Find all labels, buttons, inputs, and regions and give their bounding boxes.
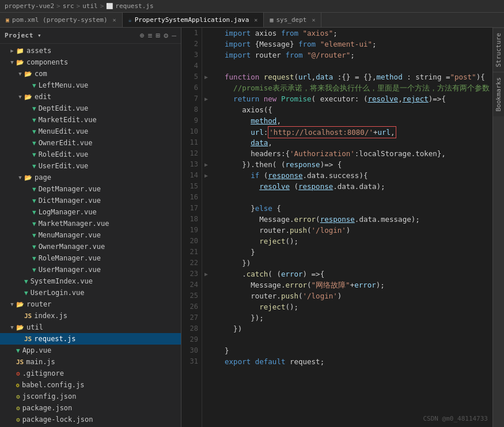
folder-icon: 📂 [16,59,24,66]
tree-item-label: babel.config.js [22,381,84,389]
tree-folder-edit[interactable]: ▼ 📂 edit [0,91,181,103]
tree-file-router-index[interactable]: JS index.js [0,310,181,322]
tree-file-marketedit[interactable]: ▼ MarketEdit.vue [0,114,181,126]
close-icon[interactable]: ✕ [312,17,315,23]
breadcrumb-file: request.js [115,2,153,10]
code-line: Message.error("网络故障"+error); [216,279,492,290]
tree-file-main[interactable]: JS main.js [0,356,181,368]
arrow-icon: ▼ [8,324,16,330]
tree-item-label: MenuManager.vue [39,231,101,239]
tree-item-label: components [26,58,68,66]
tree-file-roleedit[interactable]: ▼ RoleEdit.vue [0,149,181,160]
tab-bar: ▣ pom.xml (property-system) ✕ ☕ Property… [0,13,504,28]
tree-file-app[interactable]: ▼ App.vue [0,345,181,356]
code-line: }else { [216,203,492,214]
breadcrumb-part: property-vue2 [5,2,54,10]
tree-item-label: UserManager.vue [39,266,101,274]
tree-item-label: UserLogin.vue [31,289,85,297]
sidebar-actions: ⊕ ≡ ⊞ ⚙ — [140,31,176,40]
arrow-icon: ▼ [16,175,24,180]
code-line: export default request; [216,356,492,367]
tree-file-babel[interactable]: ⚙ babel.config.js [0,379,181,391]
code-view[interactable]: 12345 678910 1112131415 1617181920 21222… [181,28,492,427]
code-line [216,334,492,345]
tree-item-label: util [26,323,43,331]
code-line [216,61,492,71]
tree-file-package[interactable]: ⚙ package.json [0,402,181,414]
code-line: url:'http://localhost:8080/'+url, [216,126,492,137]
list-icon[interactable]: ≡ [148,31,153,40]
structure-tab[interactable]: Structure [493,28,504,72]
breadcrumb-part: src [63,2,74,10]
tree-item-label: package-lock.json [22,415,93,424]
tree-file-userlogin[interactable]: ▼ UserLogin.vue [0,287,181,298]
side-tabs: Structure Bookmarks [492,28,504,427]
tree-folder-router[interactable]: ▼ 📂 router [0,298,181,310]
tree-file-ownermanager[interactable]: ▼ OwnerManager.vue [0,241,181,252]
code-line: router.push('/login') [216,225,492,236]
tree-folder-components[interactable]: ▼ 📂 components [0,56,181,68]
tree-file-logmanager[interactable]: ▼ LogManager.vue [0,206,181,218]
tree-file-usermanager[interactable]: ▼ UserManager.vue [0,264,181,275]
arrow-icon: ▼ [8,301,16,307]
code-line: if (response.data.success){ [216,170,492,181]
tree-file-systemindex[interactable]: ▼ SystemIndex.vue [0,275,181,287]
close-icon[interactable]: ✕ [254,17,257,23]
tree-item-label: router [26,300,51,308]
tree-file-jsconfig[interactable]: ⚙ jsconfig.json [0,391,181,402]
tab-app-java[interactable]: ☕ PropertySystemApplication.java ✕ [123,13,264,28]
bookmarks-tab[interactable]: Bookmarks [493,72,504,116]
sidebar-header: Project ▾ ⊕ ≡ ⊞ ⚙ — [0,28,181,44]
expand-icon[interactable]: ⊞ [156,31,161,40]
tree-file-menuedit[interactable]: ▼ MenuEdit.vue [0,126,181,137]
tree-file-request[interactable]: JS request.js [0,333,181,345]
tab-sys-dept[interactable]: ▦ sys_dept ✕ [264,13,321,27]
close-icon[interactable]: ✕ [113,17,116,23]
sidebar: Project ▾ ⊕ ≡ ⊞ ⚙ — ▶ 📁 assets ▼ 📂 [0,28,181,427]
code-line: return new Promise( executor: (resolve,r… [216,93,492,104]
vue-icon: ▼ [32,220,36,228]
folder-icon: 📂 [24,174,32,182]
js-icon: JS [24,312,32,320]
code-line: router.push('/login') [216,290,492,301]
tree-file-package-lock[interactable]: ⚙ package-lock.json [0,414,181,425]
tree-file-deptmanager[interactable]: ▼ DeptManager.vue [0,183,181,195]
minimize-icon[interactable]: — [172,31,176,40]
tree-folder-util[interactable]: ▼ 📂 util [0,322,181,333]
tree-folder-assets[interactable]: ▶ 📁 assets [0,45,181,56]
tree-file-menumanager[interactable]: ▼ MenuManager.vue [0,229,181,241]
tree-folder-com[interactable]: ▼ 📂 com [0,68,181,80]
tree-item-label: OwnerManager.vue [39,243,105,251]
tree-file-leftmenu[interactable]: ▼ LeftMenu.vue [0,80,181,91]
code-line: Message.error(response.data.message); [216,214,492,225]
tree-item-label: jsconfig.json [22,392,77,400]
vue-icon: ▼ [32,243,36,251]
gutter: ▶ ▶ ▶ ▶ ▶ [202,28,210,427]
tree-file-deptedit[interactable]: ▼ DeptEdit.vue [0,103,181,114]
vue-icon: ▼ [32,186,36,193]
tree-item-label: .gitignore [22,369,64,377]
vue-icon: ▼ [24,278,28,285]
main-layout: Project ▾ ⊕ ≡ ⊞ ⚙ — ▶ 📁 assets ▼ 📂 [0,28,504,427]
tree-item-label: MarketEdit.vue [39,116,97,124]
folder-icon: 📂 [16,301,24,308]
vue-icon: ▼ [32,209,36,216]
tree-item-label: package.json [22,404,73,412]
tree-file-owneredit[interactable]: ▼ OwnerEdit.vue [0,137,181,149]
folder-icon: 📂 [24,70,32,78]
tree-file-useredit[interactable]: ▼ UserEdit.vue [0,160,181,172]
add-icon[interactable]: ⊕ [140,31,145,40]
vue-icon: ▼ [32,105,36,112]
tree-item-label: MarketManager.vue [39,220,109,228]
tree-item-label: LeftMenu.vue [39,81,89,89]
code-line: import axios from "axios"; [216,28,492,39]
tab-pom[interactable]: ▣ pom.xml (property-system) ✕ [0,13,123,27]
tree-file-marketmanager[interactable]: ▼ MarketManager.vue [0,218,181,229]
tree-file-gitignore[interactable]: ⚙ .gitignore [0,368,181,379]
tree-folder-page[interactable]: ▼ 📂 page [0,172,181,183]
arrow-icon: ▼ [16,71,24,77]
vue-icon: ▼ [32,266,36,274]
settings-icon[interactable]: ⚙ [164,31,168,40]
tree-file-rolemanager[interactable]: ▼ RoleManager.vue [0,252,181,264]
tree-file-dictmanager[interactable]: ▼ DictManager.vue [0,195,181,206]
